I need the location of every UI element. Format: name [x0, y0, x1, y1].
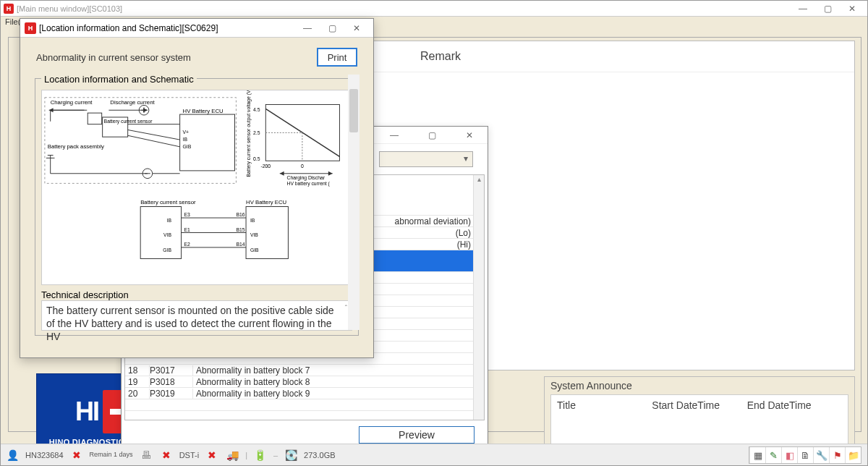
table-row: 20P3019Abnormality in battery block 9 — [125, 388, 484, 399]
svg-text:HV battery current (: HV battery current ( — [286, 181, 330, 187]
svg-rect-12 — [180, 114, 235, 171]
svg-text:HV Battery ECU: HV Battery ECU — [183, 108, 224, 114]
announce-heading: System Announce — [550, 380, 848, 391]
svg-text:E3: E3 — [184, 212, 190, 217]
svg-text:4.5: 4.5 — [253, 107, 260, 112]
svg-text:V+: V+ — [183, 130, 190, 135]
tool-eraser-icon[interactable]: ◧ — [781, 447, 797, 463]
svg-line-18 — [128, 130, 180, 140]
schematic-title-text: [Location information and Schematic][SC0… — [39, 23, 218, 33]
tool-wrench-icon[interactable]: 🔧 — [813, 447, 829, 463]
battery-icon: 🔋 — [253, 448, 268, 462]
svg-rect-9 — [88, 113, 101, 124]
svg-text:Battery current sensor: Battery current sensor — [140, 199, 196, 206]
svg-text:GIB: GIB — [163, 247, 171, 253]
disk-icon: 💽 — [284, 448, 298, 462]
table-row: 19P3018Abnormality in battery block 8 — [125, 376, 484, 388]
print-button[interactable]: Print — [317, 48, 357, 67]
schematic-scrollbar[interactable] — [348, 75, 359, 330]
main-minimize-button[interactable]: — — [791, 4, 815, 14]
svg-text:Charging          Dischar: Charging Dischar — [286, 175, 325, 181]
schem-close-button[interactable]: ✕ — [344, 23, 369, 33]
dtc-restore-button[interactable]: ▢ — [420, 130, 444, 140]
dtc-close-button[interactable]: ✕ — [457, 130, 482, 140]
tool-doc-icon[interactable]: 🗎 — [797, 447, 813, 463]
user-icon: 👤 — [5, 448, 20, 462]
schematic-heading: Abnormality in current sensor system — [36, 52, 191, 63]
technical-description-label: Technical description — [41, 289, 352, 300]
svg-text:B15: B15 — [236, 227, 244, 232]
tool-layers-icon[interactable]: ▦ — [749, 447, 765, 463]
schem-maximize-button[interactable]: ▢ — [320, 23, 344, 33]
svg-text:0.5: 0.5 — [253, 156, 260, 161]
svg-text:IB: IB — [183, 137, 188, 142]
svg-line-19 — [128, 135, 180, 147]
status-user: HN323684 — [25, 451, 64, 459]
svg-rect-47 — [140, 206, 181, 258]
svg-text:B14: B14 — [236, 242, 244, 247]
svg-text:IB: IB — [167, 218, 172, 223]
svg-text:HV Battery ECU: HV Battery ECU — [246, 199, 286, 206]
svg-text:-200: -200 — [261, 164, 271, 169]
main-title-text: [Main menu window][SC0103] — [17, 4, 122, 13]
svg-text:Discharge current: Discharge current — [110, 99, 155, 106]
technical-description-text: ˆ The battery current sensor is mounted … — [41, 300, 352, 331]
truck-icon: 🚚 — [225, 448, 239, 462]
schem-minimize-button[interactable]: — — [295, 23, 320, 33]
main-titlebar: H [Main menu window][SC0103] — ▢ ✕ — [1, 1, 867, 17]
svg-text:2.5: 2.5 — [253, 130, 260, 135]
preview-button[interactable]: Preview — [359, 426, 475, 444]
main-close-button[interactable]: ✕ — [840, 4, 864, 14]
dtc-minimize-button[interactable]: — — [382, 130, 407, 140]
svg-text:B16: B16 — [236, 212, 244, 217]
svg-text:IB: IB — [250, 218, 255, 223]
app-icon: H — [4, 4, 14, 14]
svg-text:VIB: VIB — [163, 232, 171, 237]
printer-error-icon: ✖ — [159, 448, 174, 462]
toolbar-palette[interactable]: ▦ ✎ ◧ 🗎 🔧 ⚑ 📁 — [749, 446, 861, 464]
svg-text:Battery pack assembly: Battery pack assembly — [48, 143, 104, 150]
table-row: 18P3017Abnormality in battery block 7 — [125, 365, 484, 376]
svg-text:Battery current sensor: Battery current sensor — [104, 119, 153, 124]
status-dsti: DST-i — [179, 451, 200, 459]
tool-pen-icon[interactable]: ✎ — [765, 447, 781, 463]
svg-text:E1: E1 — [184, 227, 190, 232]
main-maximize-button[interactable]: ▢ — [815, 4, 840, 14]
warning-icon: ✖ — [69, 448, 84, 462]
svg-text:0: 0 — [301, 164, 304, 169]
svg-text:E2: E2 — [184, 242, 190, 247]
svg-text:VIB: VIB — [250, 232, 258, 237]
groupbox-title: Location information and Schematic — [41, 74, 197, 85]
schematic-dialog: H [Location information and Schematic][S… — [20, 18, 374, 358]
tool-flag-icon[interactable]: ⚑ — [829, 447, 845, 463]
svg-text:Battery current sensor output : Battery current sensor output voltage (V… — [246, 90, 252, 177]
remark-column-header: Remark — [420, 50, 461, 63]
svg-text:Charging current: Charging current — [51, 99, 93, 106]
status-disk: 273.0GB — [304, 451, 335, 459]
connection-error-icon: ✖ — [205, 448, 219, 462]
printer-icon[interactable]: 🖶 — [139, 448, 153, 462]
dialog-app-icon: H — [25, 22, 36, 34]
dtc-scrollbar[interactable] — [473, 175, 484, 420]
status-remain: Remain 1 days — [90, 452, 133, 458]
dtc-filter-dropdown[interactable] — [379, 151, 473, 167]
svg-marker-43 — [328, 171, 333, 176]
svg-text:GIB: GIB — [250, 247, 259, 253]
schematic-diagram: Charging current Discharge current Batte… — [41, 90, 352, 285]
svg-text:GIB: GIB — [183, 144, 192, 149]
tool-folder-icon[interactable]: 📁 — [845, 447, 861, 463]
status-bar: 👤 HN323684 ✖ Remain 1 days 🖶 ✖ DST-i ✖ 🚚… — [1, 444, 867, 465]
